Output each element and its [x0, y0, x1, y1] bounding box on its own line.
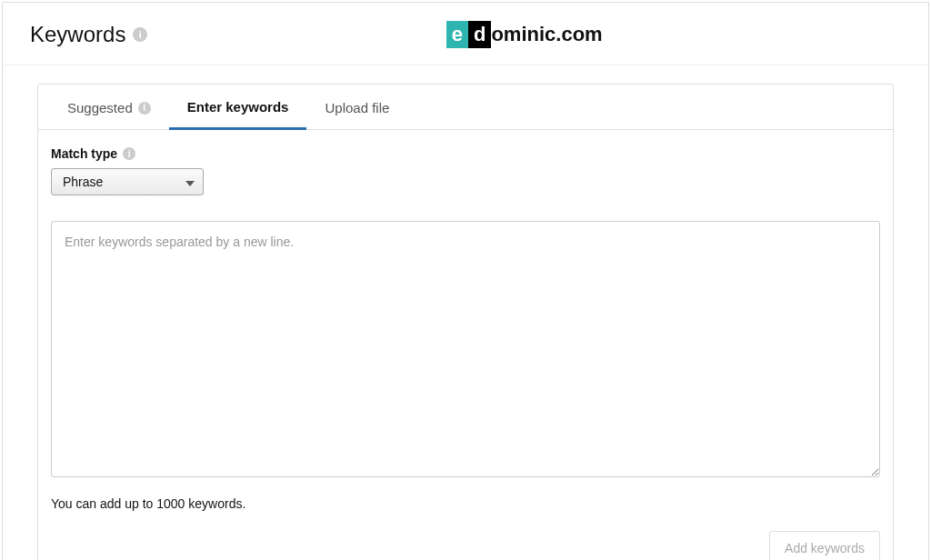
page-title-text: Keywords [30, 22, 125, 47]
add-keywords-button[interactable]: Add keywords [769, 531, 880, 560]
logo: edominic.com [446, 21, 603, 48]
tab-enter-keywords[interactable]: Enter keywords [169, 85, 307, 130]
main-container: Keywords i edominic.com Suggested i Ente… [2, 2, 929, 560]
tabs: Suggested i Enter keywords Upload file [38, 85, 893, 130]
panel-body: Match type i Phrase You can add up to 10… [38, 130, 893, 560]
match-type-select-box[interactable]: Phrase [51, 168, 204, 195]
logo-part-d: d [468, 21, 491, 48]
info-icon[interactable]: i [133, 27, 147, 42]
action-row: Add keywords [51, 531, 880, 560]
tab-enter-keywords-label: Enter keywords [187, 99, 289, 115]
match-type-selected-value: Phrase [63, 175, 103, 189]
keywords-textarea[interactable] [51, 221, 880, 477]
header: Keywords i edominic.com [3, 3, 928, 65]
info-icon[interactable]: i [123, 147, 135, 160]
logo-part-e: e [446, 21, 468, 48]
tab-upload-file-label: Upload file [325, 100, 389, 115]
match-type-label-text: Match type [51, 146, 117, 161]
page-title: Keywords i [30, 22, 147, 47]
helper-text: You can add up to 1000 keywords. [51, 496, 880, 511]
tab-suggested-label: Suggested [67, 100, 133, 115]
logo-rest: ominic.com [491, 23, 602, 46]
info-icon[interactable]: i [138, 102, 151, 115]
match-type-label: Match type i [51, 146, 880, 161]
logo-wrap: edominic.com [147, 21, 901, 48]
tab-suggested[interactable]: Suggested i [49, 85, 169, 129]
match-type-select[interactable]: Phrase [51, 168, 204, 195]
tab-upload-file[interactable]: Upload file [306, 85, 407, 129]
keywords-panel: Suggested i Enter keywords Upload file M… [37, 84, 894, 560]
content-wrap: Suggested i Enter keywords Upload file M… [3, 65, 928, 560]
